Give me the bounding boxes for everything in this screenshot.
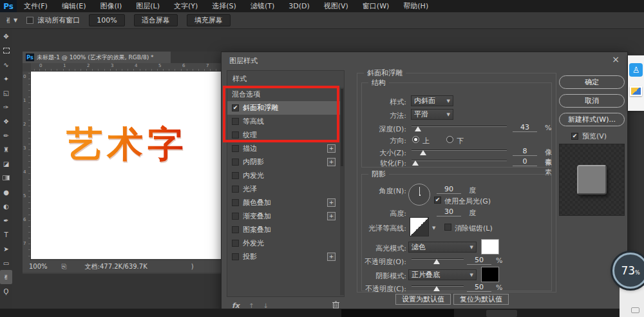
checkbox-icon[interactable] xyxy=(232,226,239,233)
checkbox-icon[interactable] xyxy=(232,253,239,260)
bevel-style-dropdown[interactable]: 内斜面 ▼ xyxy=(411,95,453,106)
checkbox-icon[interactable] xyxy=(232,213,239,220)
ok-button[interactable]: 确定 xyxy=(559,75,625,89)
checkbox-icon[interactable] xyxy=(232,172,239,179)
add-effect-icon[interactable]: + xyxy=(327,253,336,261)
zoom-tool[interactable]: Ϙ xyxy=(0,284,12,298)
slider-thumb[interactable] xyxy=(420,150,426,155)
anti-alias-checkbox[interactable] xyxy=(444,224,451,231)
chevron-down-icon[interactable]: ▼ xyxy=(14,17,17,23)
global-light-checkbox[interactable]: ✔ xyxy=(434,197,441,204)
move-effect-up-icon[interactable]: ↑ xyxy=(249,302,254,309)
lasso-tool[interactable]: ∿ xyxy=(0,57,12,72)
menu-image[interactable]: 图像(I) xyxy=(93,0,129,12)
pen-tool[interactable]: ✒ xyxy=(0,213,12,227)
style-item-inner-glow[interactable]: 内发光 xyxy=(227,169,340,182)
zoom-100-button[interactable]: 100% xyxy=(89,14,124,26)
highlight-color-swatch[interactable] xyxy=(481,239,499,255)
style-item-drop-shadow[interactable]: 投影 + xyxy=(227,250,340,264)
qq-messenger-icon[interactable]: ♙ xyxy=(629,63,643,77)
blur-tool[interactable]: ● xyxy=(0,185,12,199)
eraser-tool[interactable]: ◪ xyxy=(0,157,12,171)
shadow-opacity-value[interactable]: 50 xyxy=(467,283,491,292)
style-item-satin[interactable]: 光泽 xyxy=(227,182,340,196)
style-item-outer-glow[interactable]: 外发光 xyxy=(227,236,340,250)
crop-tool[interactable]: ◱ xyxy=(0,86,12,100)
image-preview-icon[interactable] xyxy=(630,86,642,96)
move-tool[interactable]: ✥ xyxy=(0,29,12,43)
checkbox-icon[interactable] xyxy=(232,145,239,152)
chevron-down-icon[interactable]: ▼ xyxy=(432,226,435,231)
path-selection-tool[interactable]: ➤ xyxy=(0,242,12,256)
altitude-value[interactable]: 30 xyxy=(437,207,461,216)
style-item-stroke[interactable]: 描边 + xyxy=(227,142,340,155)
direction-up-radio[interactable] xyxy=(412,136,419,143)
scrollbar-thumb[interactable] xyxy=(341,89,343,166)
brush-tool[interactable]: ✏ xyxy=(0,128,12,142)
menu-help[interactable]: 帮助(H) xyxy=(396,0,435,12)
highlight-opacity-value[interactable]: 50 xyxy=(467,256,491,265)
style-item-pattern-overlay[interactable]: 图案叠加 xyxy=(227,223,340,236)
hand-tool[interactable]: ✌ xyxy=(0,270,12,284)
shadow-mode-dropdown[interactable]: 正片叠底 ▼ xyxy=(408,269,477,280)
angle-dial[interactable] xyxy=(408,184,430,206)
type-tool[interactable]: T xyxy=(0,227,12,242)
status-expander[interactable]: ) xyxy=(191,263,194,270)
checkbox-icon[interactable] xyxy=(232,199,239,206)
taskbar-app-icon[interactable] xyxy=(486,310,517,317)
size-value[interactable]: 8 xyxy=(513,147,537,156)
fill-screen-button[interactable]: 填充屏幕 xyxy=(187,14,231,26)
scroll-all-windows-checkbox[interactable] xyxy=(26,17,33,24)
menu-layer[interactable]: 图层(L) xyxy=(129,0,167,12)
progress-badge[interactable]: 73 % xyxy=(612,253,644,289)
dodge-tool[interactable]: ◐ xyxy=(0,199,12,213)
add-effect-icon[interactable]: + xyxy=(327,144,336,153)
move-effect-down-icon[interactable]: ↓ xyxy=(263,302,268,309)
shadow-opacity-slider[interactable] xyxy=(412,284,464,291)
shadow-color-swatch[interactable] xyxy=(481,267,499,282)
document-tab[interactable]: Ps 未标题-1 @ 100% (艺术字的效果, RGB/8) * xyxy=(23,52,171,63)
checkbox-icon[interactable] xyxy=(232,158,239,166)
soften-slider[interactable] xyxy=(412,158,507,165)
checkbox-icon[interactable] xyxy=(232,186,239,193)
close-icon[interactable]: × xyxy=(612,54,620,64)
slider-thumb[interactable] xyxy=(433,286,440,291)
reset-default-button[interactable]: 复位为默认值 xyxy=(453,294,509,305)
add-effect-icon[interactable]: + xyxy=(327,212,336,220)
cancel-button[interactable]: 取消 xyxy=(559,94,625,108)
gloss-contour-thumbnail[interactable] xyxy=(410,217,429,236)
menu-edit[interactable]: 编辑(E) xyxy=(55,0,93,12)
angle-value[interactable]: 90 xyxy=(437,185,461,194)
add-effect-icon[interactable]: + xyxy=(327,198,336,207)
depth-value[interactable]: 43 xyxy=(513,123,537,132)
status-zoom-level[interactable]: 100% xyxy=(29,263,48,270)
healing-brush-tool[interactable]: ❖ xyxy=(0,114,12,128)
highlight-mode-dropdown[interactable]: 滤色 ▼ xyxy=(408,242,477,253)
style-item-inner-shadow[interactable]: 内阴影 + xyxy=(227,155,340,169)
set-default-button[interactable]: 设置为默认值 xyxy=(395,294,451,305)
quick-selection-tool[interactable]: ✦ xyxy=(0,72,12,86)
menu-type[interactable]: 文字(Y) xyxy=(167,0,205,12)
menu-file[interactable]: 文件(F) xyxy=(17,0,55,12)
slider-thumb[interactable] xyxy=(415,126,421,131)
rectangular-marquee-tool[interactable] xyxy=(0,43,12,57)
highlight-opacity-slider[interactable] xyxy=(412,257,464,264)
depth-slider[interactable] xyxy=(412,124,507,131)
menu-select[interactable]: 选择(S) xyxy=(205,0,243,12)
size-slider[interactable] xyxy=(412,148,507,155)
slider-thumb[interactable] xyxy=(412,160,419,166)
soften-value[interactable]: 0 xyxy=(513,157,537,166)
fit-screen-button[interactable]: 适合屏幕 xyxy=(134,14,178,26)
scrollbar[interactable] xyxy=(340,88,344,295)
checkbox-icon[interactable] xyxy=(232,240,239,247)
technique-dropdown[interactable]: 平滑 ▼ xyxy=(411,109,453,120)
gradient-tool[interactable] xyxy=(0,171,12,185)
slider-thumb[interactable] xyxy=(433,259,440,264)
direction-down-radio[interactable] xyxy=(446,136,453,143)
clone-stamp-tool[interactable]: ♜ xyxy=(0,142,12,157)
shape-tool[interactable]: ▭ xyxy=(0,256,12,270)
style-item-color-overlay[interactable]: 颜色叠加 + xyxy=(227,196,340,209)
export-icon[interactable]: ⎘ xyxy=(62,263,67,271)
menu-filter[interactable]: 滤镜(T) xyxy=(243,0,281,12)
menu-view[interactable]: 视图(V) xyxy=(317,0,355,12)
